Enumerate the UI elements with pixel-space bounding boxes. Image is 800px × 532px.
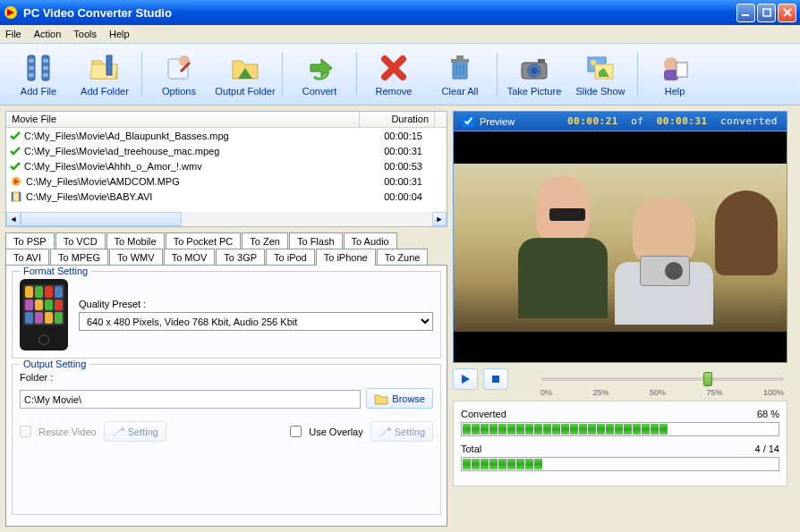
svg-rect-1: [742, 14, 749, 16]
total-progress-bar: [461, 457, 779, 471]
output-setting-group: Output Setting Folder : Browse Resize Vi…: [12, 364, 441, 515]
scroll-thumb[interactable]: [21, 212, 182, 226]
takepicture-button[interactable]: Take Picture: [503, 46, 566, 102]
tab-to-pocket-pc[interactable]: To Pocket PC: [166, 232, 242, 249]
clearall-button[interactable]: Clear All: [429, 46, 491, 102]
col-header-duration[interactable]: Duration: [360, 112, 435, 127]
wrench-icon: [379, 426, 391, 438]
menu-file[interactable]: File: [5, 29, 21, 39]
svg-rect-6: [29, 66, 34, 70]
menubar: File Action Tools Help: [0, 25, 800, 43]
checkmark-icon: [10, 146, 21, 156]
tab-to-mobile[interactable]: To Mobile: [106, 232, 165, 249]
maximize-button[interactable]: [757, 4, 776, 22]
format-legend: Format Setting: [20, 266, 91, 276]
tab-to-ipod[interactable]: To iPod: [266, 249, 315, 266]
iphone-icon: [20, 279, 68, 350]
remove-button[interactable]: Remove: [362, 46, 425, 102]
folder-icon: [374, 393, 388, 405]
options-button[interactable]: Options: [148, 46, 210, 102]
menu-tools[interactable]: Tools: [73, 29, 97, 39]
menu-help[interactable]: Help: [109, 29, 130, 39]
tab-to-audio[interactable]: To Audio: [344, 232, 397, 249]
file-name: C:\My_Files\Movie\Ad_Blaupunkt_Basses.mp…: [24, 131, 229, 141]
stop-button[interactable]: [483, 368, 508, 390]
svg-rect-15: [456, 55, 464, 59]
tab-to-iphone[interactable]: To iPhone: [316, 249, 376, 266]
tab-to-psp[interactable]: To PSP: [5, 232, 55, 249]
checkmark-icon: [10, 161, 21, 172]
preset-label: Quality Preset :: [79, 299, 433, 309]
convert-button[interactable]: Convert: [288, 46, 351, 102]
converted-progress-bar: [461, 422, 779, 436]
checkmark-icon: [10, 131, 21, 141]
svg-rect-32: [19, 192, 21, 201]
tab-to-3gp[interactable]: To 3GP: [216, 249, 265, 266]
total-value: 4 / 14: [754, 443, 779, 454]
minimize-button[interactable]: [736, 4, 755, 22]
tab-to-wmv[interactable]: To WMV: [109, 249, 163, 266]
tab-to-zune[interactable]: To Zune: [377, 249, 429, 266]
browse-button[interactable]: Browse: [366, 388, 433, 409]
tab-to-vcd[interactable]: To VCD: [55, 232, 106, 249]
tab-to-avi[interactable]: To AVI: [5, 249, 49, 266]
overlay-setting-button: Setting: [370, 421, 433, 442]
converted-value: 68 %: [757, 409, 779, 419]
titlebar: PC Video Converter Studio: [0, 0, 800, 25]
slideshow-button[interactable]: Slide Show: [569, 46, 632, 102]
close-button[interactable]: [778, 4, 796, 22]
file-row[interactable]: C:\My_Files\Movie\BABY.AVI00:00:04: [6, 189, 447, 204]
format-setting-group: Format Setting Quality Preset : 640: [12, 271, 441, 359]
svg-rect-28: [677, 63, 687, 77]
seek-thumb[interactable]: [703, 372, 712, 386]
tab-to-zen[interactable]: To Zen: [242, 232, 288, 249]
svg-rect-31: [12, 192, 13, 201]
horizontal-scrollbar[interactable]: ◄ ►: [6, 212, 447, 226]
addfile-button[interactable]: Add File: [7, 46, 70, 102]
file-row[interactable]: C:\My_Files\Movie\ad_treehouse_mac.mpeg0…: [6, 143, 447, 158]
output-folder-input[interactable]: [20, 390, 361, 409]
svg-rect-9: [43, 66, 48, 70]
window-title: PC Video Converter Studio: [23, 6, 736, 20]
file-duration: 00:00:04: [360, 191, 426, 202]
svg-rect-33: [492, 376, 499, 383]
resize-label: Resize Video: [38, 426, 97, 437]
svg-rect-14: [451, 59, 469, 63]
use-overlay-checkbox[interactable]: [290, 426, 302, 437]
col-header-name[interactable]: Movie File: [6, 112, 360, 127]
svg-rect-2: [763, 9, 770, 16]
addfolder-button[interactable]: Add Folder: [73, 46, 136, 102]
output-legend: Output Setting: [20, 359, 89, 369]
format-tabs: To PSPTo VCDTo MobileTo Pocket PCTo ZenT…: [5, 232, 447, 265]
quality-preset-select[interactable]: 640 x 480 Pixels, Video 768 Kbit, Audio …: [79, 312, 433, 331]
outputfolder-button[interactable]: Output Folder: [214, 46, 277, 102]
tab-to-mov[interactable]: To MOV: [164, 249, 216, 266]
file-name: C:\My_Files\Movie\BABY.AVI: [26, 191, 152, 202]
file-row[interactable]: C:\My_Files\Movie\AMDCOM.MPG00:00:31: [6, 173, 447, 189]
scroll-left-button[interactable]: ◄: [6, 212, 21, 226]
resize-video-checkbox[interactable]: [20, 426, 31, 437]
overlay-label: Use Overlay: [309, 426, 363, 437]
preview-label: Preview: [480, 116, 515, 127]
file-name: C:\My_Files\Movie\Ahhh_o_Amor_!.wmv: [24, 161, 202, 172]
progress-panel: Converted 68 % Total 4 / 14: [453, 401, 787, 486]
help-button[interactable]: Help: [643, 46, 706, 102]
total-label: Total: [461, 443, 481, 454]
menu-action[interactable]: Action: [34, 29, 62, 39]
wrench-icon: [112, 426, 124, 438]
seek-slider[interactable]: 0% 25% 50% 75% 100%: [540, 377, 784, 381]
file-duration: 00:00:31: [360, 146, 426, 156]
converted-label: Converted: [461, 409, 506, 419]
file-row[interactable]: C:\My_Files\Movie\Ahhh_o_Amor_!.wmv00:00…: [6, 158, 447, 173]
tab-to-mpeg[interactable]: To MPEG: [50, 249, 108, 266]
file-row[interactable]: C:\My_Files\Movie\Ad_Blaupunkt_Basses.mp…: [6, 128, 447, 143]
scroll-right-button[interactable]: ►: [432, 212, 447, 226]
folder-label: Folder :: [20, 372, 433, 383]
preview-checkbox[interactable]: [463, 115, 474, 127]
file-duration: 00:00:31: [360, 176, 426, 187]
play-button[interactable]: [453, 368, 478, 390]
playback-controls: 0% 25% 50% 75% 100%: [453, 363, 787, 395]
tab-to-flash[interactable]: To Flash: [289, 232, 343, 249]
file-list: Movie File Duration C:\My_Files\Movie\Ad…: [5, 111, 447, 227]
active-icon: [10, 175, 22, 188]
